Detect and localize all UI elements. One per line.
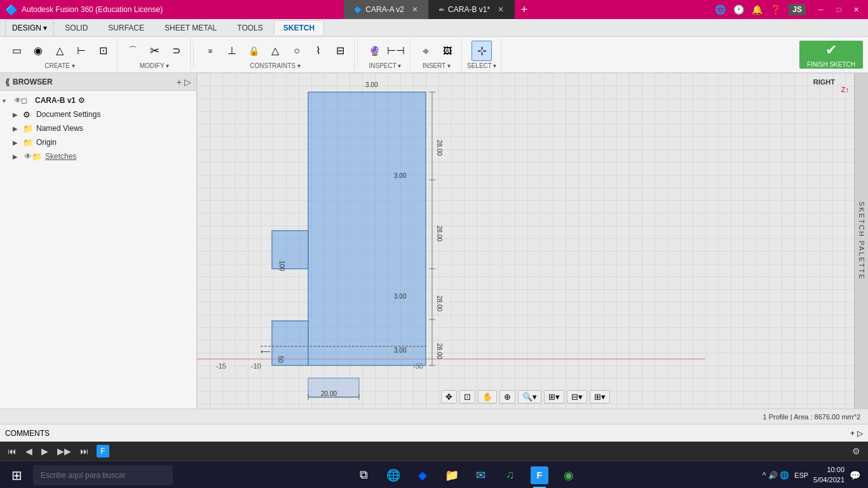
tree-named-views[interactable]: ▶ 📁 Named Views <box>0 121 196 135</box>
timeline-end-btn[interactable]: ⏭ <box>78 445 92 458</box>
timeline-play-btn[interactable]: ▶ <box>39 445 51 458</box>
canvas-area[interactable]: RIGHT Z↑ -15 -10 -50 <box>197 73 854 409</box>
design-dropdown[interactable]: DESIGN ▾ <box>5 19 54 37</box>
taskbar-spotify[interactable]: ♫ <box>496 461 524 489</box>
parallel-tool[interactable]: ≡ <box>200 41 220 61</box>
tab-sheet-metal[interactable]: SHEET METAL <box>155 20 226 35</box>
taskbar-chrome[interactable]: ◉ <box>555 461 583 489</box>
tab-sketch[interactable]: SKETCH <box>274 20 324 35</box>
canvas-hand-tool[interactable]: ✋ <box>478 390 497 403</box>
maximize-btn[interactable]: □ <box>832 3 845 16</box>
visibility-icon-root[interactable]: 👁 <box>14 96 22 105</box>
design-label: DESIGN ▾ <box>12 24 47 32</box>
clock-icon[interactable]: 🕐 <box>733 4 744 15</box>
sketch-canvas[interactable]: -15 -10 -50 28.00 <box>197 73 854 409</box>
help-icon[interactable]: ❓ <box>770 4 781 15</box>
comments-add-btn[interactable]: + <box>850 429 855 438</box>
measure-tool[interactable]: 🔮 <box>364 41 384 61</box>
tree-origin[interactable]: ▶ 📁 Origin <box>0 135 196 149</box>
taskbar-dropbox[interactable]: ◆ <box>409 461 437 489</box>
vis-icon-sketches[interactable]: 👁 <box>24 152 32 161</box>
close-tab-2[interactable]: ✕ <box>498 5 504 14</box>
tree-root[interactable]: ▾ 👁 □ CARA-B v1 ⚙ <box>0 93 196 107</box>
close-tab-1[interactable]: ✕ <box>412 5 418 14</box>
settings-icon-root[interactable]: ⚙ <box>78 96 85 105</box>
sketch-palette-panel[interactable]: SKETCH PALETTE <box>854 73 868 409</box>
tab-solid[interactable]: SOLID <box>55 20 97 35</box>
globe-icon[interactable]: 🌐 <box>715 4 726 15</box>
task-view-btn[interactable]: ⧉ <box>350 461 378 489</box>
circle-constraint[interactable]: ○ <box>287 41 307 61</box>
taskbar-edge[interactable]: 🌐 <box>379 461 407 489</box>
canvas-grid-tool[interactable]: ⊞▾ <box>544 390 564 403</box>
task-icons-area: ⧉ 🌐 ◆ 📁 ✉ ♫ F ◉ <box>175 461 757 489</box>
lock-tool[interactable]: 🔒 <box>243 41 264 61</box>
expand-arrow-doc[interactable]: ▶ <box>13 111 23 118</box>
new-tab-btn[interactable]: + <box>515 0 534 19</box>
browser-add-btn[interactable]: + <box>177 77 182 87</box>
browser-expand-icon[interactable]: ⟪ <box>5 77 10 87</box>
line-tool[interactable]: ⊢ <box>71 41 92 61</box>
create-label[interactable]: CREATE ▾ <box>44 62 75 69</box>
select-btn[interactable]: ⊹ <box>471 41 492 61</box>
expand-arrow-sketches[interactable]: ▶ <box>13 153 23 160</box>
settings-gear-icon[interactable]: ⚙ <box>850 445 863 458</box>
notification-btn[interactable]: 💬 <box>850 470 860 480</box>
timeline-icon[interactable]: F <box>95 444 111 459</box>
constraints-label[interactable]: CONSTRAINTS ▾ <box>250 62 300 69</box>
trim-tool[interactable]: ✂ <box>144 41 165 61</box>
tab-cara-b-v1[interactable]: ✏ CARA-B v1* ✕ <box>429 0 515 19</box>
tab-tools[interactable]: TOOLS <box>227 20 272 35</box>
fillet-tool[interactable]: ⌒ <box>123 41 143 61</box>
inspect-label[interactable]: INSPECT ▾ <box>369 62 402 69</box>
search-input[interactable] <box>33 465 173 485</box>
rectangle-tool[interactable]: ▭ <box>6 41 27 61</box>
triangle-constraint[interactable]: △ <box>265 41 285 61</box>
bell-icon[interactable]: 🔔 <box>752 4 763 15</box>
canvas-extra-tool[interactable]: ⊞▾ <box>590 390 610 403</box>
tray-icons[interactable]: ^ 🔊 🌐 <box>763 471 789 480</box>
triangle-tool[interactable]: △ <box>50 41 70 61</box>
comments-expand-btn[interactable]: ▷ <box>857 429 863 438</box>
time-display[interactable]: 10:00 5/04/2021 <box>813 465 844 485</box>
statusbar: 1 Profile | Area : 8676.00 mm^2 <box>0 409 868 424</box>
close-btn[interactable]: ✕ <box>850 3 863 16</box>
minimize-btn[interactable]: ─ <box>815 3 827 16</box>
sym-tool[interactable]: ⊟ <box>330 41 350 61</box>
canvas-display-tool[interactable]: ⊟▾ <box>567 390 587 403</box>
user-initials[interactable]: JS <box>789 4 806 15</box>
tab-cara-a-v2[interactable]: 🔷 CARA-A v2 ✕ <box>344 0 429 19</box>
tangent-tool[interactable]: ⌇ <box>308 41 329 61</box>
timeline-next-btn[interactable]: ▶▶ <box>55 445 74 458</box>
canvas-camera-tool[interactable]: ⊡ <box>459 390 475 403</box>
start-button[interactable]: ⊞ <box>3 461 31 489</box>
taskbar-mail[interactable]: ✉ <box>467 461 495 489</box>
point-tool[interactable]: ⊡ <box>93 41 113 61</box>
insert-btn-1[interactable]: ⎆ <box>416 41 436 61</box>
select-label[interactable]: SELECT ▾ <box>467 62 497 69</box>
canvas-move-tool[interactable]: ✥ <box>441 390 457 403</box>
canvas-zoom-tool[interactable]: ⊕ <box>499 390 515 403</box>
timeline-prev-btn[interactable]: ◀ <box>23 445 35 458</box>
browser-menu-btn[interactable]: ▷ <box>184 77 191 87</box>
component-icon-root: □ <box>22 96 33 105</box>
canvas-zoom-dropdown[interactable]: 🔍▾ <box>518 390 541 403</box>
tree-sketches[interactable]: ▶ 👁 📁 Sketches <box>0 149 196 163</box>
taskbar-explorer[interactable]: 📁 <box>438 461 466 489</box>
ruler-tool[interactable]: ⊢⊣ <box>386 41 406 61</box>
perpendicular-tool[interactable]: ⊥ <box>222 41 242 61</box>
modify-label[interactable]: MODIFY ▾ <box>140 62 169 69</box>
circle-tool[interactable]: ◉ <box>28 41 48 61</box>
taskbar-fusion360[interactable]: F <box>526 461 553 489</box>
insert-btn-2[interactable]: 🖼 <box>437 41 458 61</box>
timeline-start-btn[interactable]: ⏮ <box>5 445 19 458</box>
expand-arrow-root[interactable]: ▾ <box>3 97 13 104</box>
offset-tool[interactable]: ⊃ <box>166 41 186 61</box>
expand-arrow-origin[interactable]: ▶ <box>13 139 23 146</box>
insert-label[interactable]: INSERT ▾ <box>423 62 451 69</box>
tree-document-settings[interactable]: ▶ ⚙ Document Settings <box>0 107 196 121</box>
tab-surface[interactable]: SURFACE <box>98 20 154 35</box>
finish-sketch-btn[interactable]: ✔ FINISH SKETCH <box>799 41 863 69</box>
expand-arrow-views[interactable]: ▶ <box>13 125 23 132</box>
language-indicator[interactable]: ESP <box>794 471 808 479</box>
